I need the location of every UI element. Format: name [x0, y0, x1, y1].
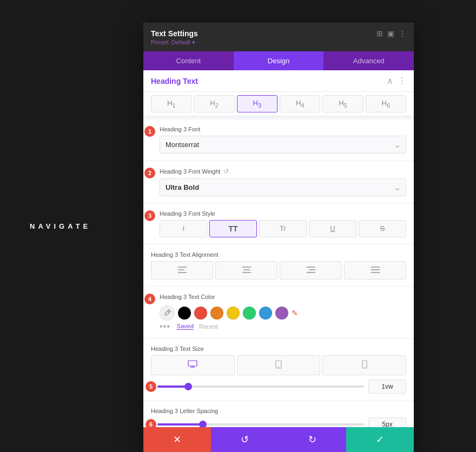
svg-point-17: [278, 367, 279, 368]
svg-rect-7: [309, 269, 315, 270]
style-uppercase-btn[interactable]: TT: [209, 220, 257, 237]
header-icons: ⊞ ▣ ⋮: [376, 29, 406, 38]
weight-section: 2 Heading 3 Font Weight ↺ Ultra Bold: [143, 161, 414, 203]
settings-icon[interactable]: ▣: [387, 29, 394, 38]
color-green[interactable]: [243, 307, 256, 320]
tab-advanced[interactable]: Advanced: [323, 51, 414, 70]
more-icon[interactable]: ⋮: [399, 29, 406, 38]
tab-design[interactable]: Design: [234, 51, 324, 70]
weight-reset-icon[interactable]: ↺: [223, 168, 229, 175]
color-edit-icon[interactable]: ✎: [292, 309, 298, 317]
letter-spacing-slider[interactable]: [157, 423, 364, 426]
h3-tab[interactable]: H3: [237, 95, 277, 112]
size-input[interactable]: [368, 380, 406, 394]
section-header: Heading Text ∧ ⋮: [143, 70, 414, 92]
badge-6: 6: [146, 419, 156, 427]
section-more-icon[interactable]: ⋮: [398, 76, 406, 86]
letter-spacing-input[interactable]: [368, 417, 406, 427]
svg-rect-4: [243, 269, 250, 270]
heading-tabs: H1 H2 H3 H4 H5 H6: [143, 92, 414, 116]
color-black[interactable]: [178, 307, 191, 320]
style-underline-btn[interactable]: U: [309, 220, 356, 237]
section-collapse-icons: ∧ ⋮: [387, 76, 406, 86]
color-red[interactable]: [194, 307, 207, 320]
style-label: Heading 3 Font Style: [160, 210, 406, 217]
alignment-label: Heading 3 Text Alignment: [151, 251, 406, 258]
badge-2: 2: [144, 168, 155, 178]
font-section: 1 Heading 3 Font Montserrat: [143, 119, 414, 160]
svg-rect-11: [371, 272, 380, 273]
align-left-btn[interactable]: [151, 261, 213, 280]
tab-content[interactable]: Content: [143, 51, 234, 70]
size-label: Heading 3 Text Size: [151, 345, 406, 352]
svg-rect-1: [178, 269, 184, 270]
badge-4: 4: [144, 294, 155, 304]
align-justify-btn[interactable]: [344, 261, 406, 280]
color-tab-saved[interactable]: Saved: [177, 323, 194, 330]
h2-tab[interactable]: H2: [194, 95, 234, 112]
navigate-label: NAVIGATE: [30, 222, 91, 230]
panel-header: Text Settings Preset: Default ▾ ⊞ ▣ ⋮: [143, 23, 414, 51]
badge-5: 5: [146, 381, 156, 392]
fullscreen-icon[interactable]: ⊞: [376, 29, 383, 38]
style-strikethrough-btn[interactable]: S: [359, 220, 406, 237]
font-select[interactable]: Montserrat: [160, 136, 406, 154]
font-label: Heading 3 Font: [160, 126, 406, 132]
svg-rect-8: [307, 272, 315, 273]
align-right-btn[interactable]: [280, 261, 342, 280]
color-tab-recent[interactable]: Recent: [199, 323, 218, 330]
svg-rect-6: [307, 267, 315, 268]
color-yellow[interactable]: [227, 307, 240, 320]
device-tablet[interactable]: [237, 355, 321, 375]
svg-rect-5: [242, 272, 251, 273]
color-blue[interactable]: [259, 307, 272, 320]
color-dots-btn[interactable]: •••: [160, 322, 170, 331]
h6-tab[interactable]: H6: [366, 95, 406, 112]
letter-spacing-section: Heading 3 Letter Spacing 6: [143, 401, 414, 427]
cancel-button[interactable]: ✕: [143, 427, 211, 452]
redo-button[interactable]: ↻: [279, 427, 346, 452]
color-eyedropper-btn[interactable]: [160, 305, 175, 321]
section-title: Heading Text: [151, 77, 198, 85]
svg-rect-3: [242, 267, 251, 268]
color-orange[interactable]: [210, 307, 223, 320]
size-slider[interactable]: [157, 385, 364, 388]
device-mobile[interactable]: [322, 355, 406, 375]
h5-tab[interactable]: H5: [322, 95, 363, 112]
settings-panel: Text Settings Preset: Default ▾ ⊞ ▣ ⋮ Co…: [143, 23, 414, 452]
style-section: 3 Heading 3 Font Style I TT Tr U S: [143, 204, 414, 244]
badge-3: 3: [144, 210, 155, 221]
alignment-section: Heading 3 Text Alignment: [143, 245, 414, 286]
badge-1: 1: [144, 126, 155, 137]
style-capitalize-btn[interactable]: Tr: [259, 220, 307, 237]
svg-rect-0: [178, 267, 187, 268]
svg-line-12: [168, 311, 169, 313]
undo-button[interactable]: ↺: [211, 427, 279, 452]
device-desktop[interactable]: [151, 355, 235, 375]
h4-tab[interactable]: H4: [280, 95, 320, 112]
panel-title: Text Settings: [151, 29, 198, 38]
color-purple[interactable]: [275, 307, 288, 320]
panel-preset[interactable]: Preset: Default ▾: [151, 39, 198, 46]
save-button[interactable]: ✓: [346, 427, 414, 452]
svg-rect-13: [188, 361, 197, 366]
tab-bar: Content Design Advanced: [143, 51, 414, 70]
size-section: Heading 3 Text Size 5: [143, 339, 414, 400]
color-label: Heading 3 Text Color: [160, 294, 406, 300]
letter-spacing-label: Heading 3 Letter Spacing: [151, 408, 406, 414]
panel-footer: ✕ ↺ ↻ ✓: [143, 427, 414, 452]
collapse-icon[interactable]: ∧: [387, 76, 393, 86]
svg-point-19: [364, 367, 365, 368]
h1-tab[interactable]: H1: [151, 95, 191, 112]
svg-rect-10: [371, 269, 380, 270]
svg-rect-2: [178, 272, 187, 273]
weight-select[interactable]: Ultra Bold: [160, 178, 406, 196]
style-italic-btn[interactable]: I: [160, 220, 207, 237]
svg-rect-9: [371, 267, 380, 268]
weight-label: Heading 3 Font Weight ↺: [160, 168, 406, 175]
align-center-btn[interactable]: [215, 261, 277, 280]
panel-content: Heading Text ∧ ⋮ H1 H2 H3 H4 H5 H6 1 Hea…: [143, 70, 414, 427]
color-section: 4 Heading 3 Text Color ✎ ••• Saved: [143, 287, 414, 338]
